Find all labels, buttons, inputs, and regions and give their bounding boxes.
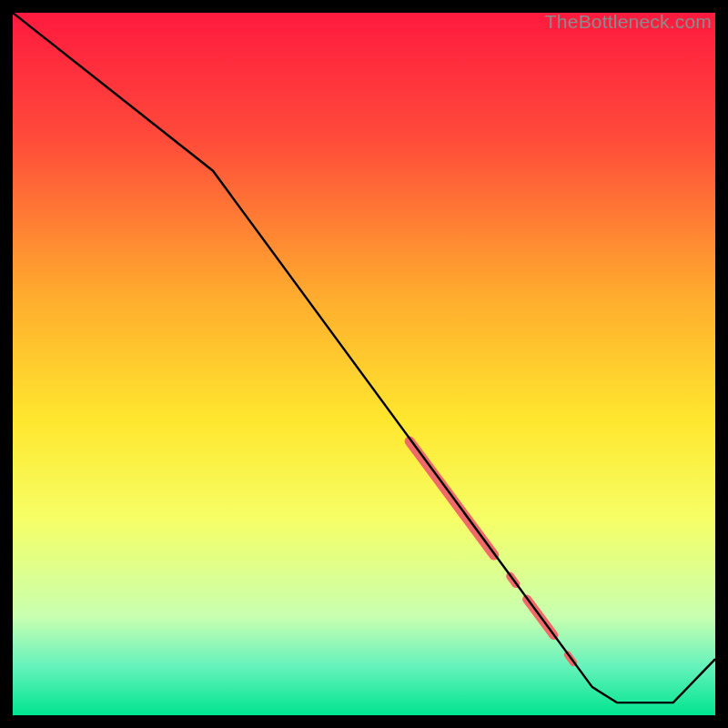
chart-frame: TheBottleneck.com bbox=[13, 13, 715, 715]
bottleneck-chart bbox=[13, 13, 715, 715]
watermark-text: TheBottleneck.com bbox=[545, 11, 712, 33]
gradient-background bbox=[13, 13, 715, 715]
